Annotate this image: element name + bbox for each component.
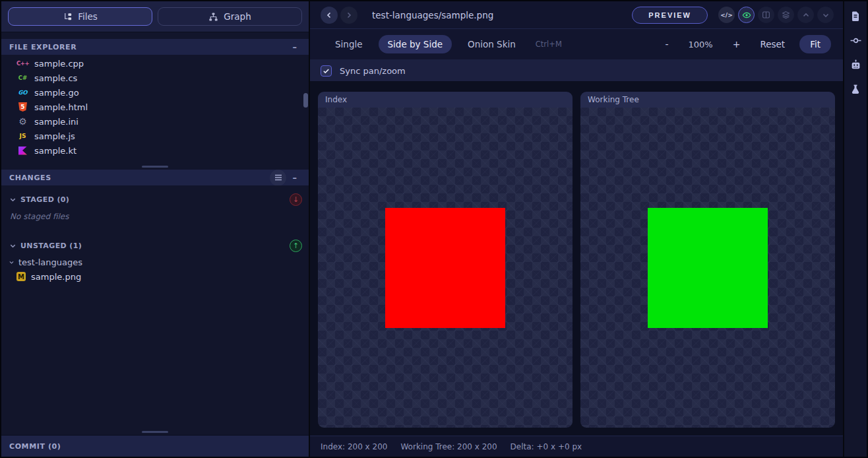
- working-tree-dimensions: Working Tree: 200 x 200: [400, 442, 497, 451]
- zoom-fit-button[interactable]: Fit: [799, 35, 831, 53]
- staged-section-row[interactable]: STAGED (0) ↓: [1, 192, 309, 207]
- commit-resize-handle[interactable]: [142, 431, 168, 433]
- flask-icon: [850, 84, 861, 94]
- file-explorer-header: FILE EXPLORER –: [1, 39, 309, 55]
- no-staged-files-message: No staged files: [1, 207, 309, 221]
- unstaged-label: UNSTAGED (1): [20, 242, 82, 250]
- index-panel-image-area[interactable]: [318, 108, 573, 428]
- index-image: [385, 208, 505, 328]
- changes-header: CHANGES –: [1, 170, 309, 185]
- changed-file-row-sample-png[interactable]: M sample.png: [1, 269, 309, 284]
- next-change-button[interactable]: [817, 7, 834, 23]
- cpp-file-icon: C++: [17, 58, 28, 69]
- layers-view-button[interactable]: [778, 7, 794, 23]
- file-name: sample.go: [34, 88, 79, 98]
- list-tree-icon: [63, 12, 73, 22]
- chevron-right-icon: [345, 11, 353, 19]
- ai-assistant-button[interactable]: [848, 57, 863, 73]
- file-row-go[interactable]: GO sample.go: [1, 85, 309, 100]
- left-sidebar: Files Graph FILE EXPLORER – C++ sample.c…: [1, 1, 310, 457]
- changes-body: STAGED (0) ↓ No staged files UNSTAGED (1…: [1, 185, 309, 428]
- right-rail: [843, 1, 867, 457]
- kotlin-file-icon: [17, 145, 28, 156]
- sync-bar: Sync pan/zoom: [310, 60, 843, 82]
- folder-row-test-languages[interactable]: test-languages: [1, 255, 309, 269]
- mode-shortcut-hint: Ctrl+M: [536, 40, 562, 49]
- folder-name: test-languages: [18, 257, 82, 267]
- sync-pan-zoom-label: Sync pan/zoom: [340, 66, 406, 76]
- file-name: sample.kt: [34, 146, 77, 156]
- stage-all-button[interactable]: ↑: [290, 240, 302, 252]
- zoom-reset-button[interactable]: Reset: [760, 39, 785, 49]
- explorer-resize-strip: [1, 163, 309, 170]
- file-list-scrollbar[interactable]: [303, 93, 308, 108]
- split-view-button[interactable]: [758, 7, 774, 23]
- tab-graph[interactable]: Graph: [158, 7, 302, 26]
- forward-button[interactable]: [340, 7, 357, 24]
- document-panel-button[interactable]: [848, 8, 863, 24]
- sidebar-tabbar: Files Graph: [1, 1, 309, 32]
- changes-collapse-button[interactable]: –: [289, 172, 301, 183]
- diff-canvas: Index Working Tree: [310, 82, 843, 436]
- file-path-title: test-languages/sample.png: [372, 10, 493, 20]
- file-name: sample.js: [34, 131, 75, 141]
- chevron-up-icon: [802, 11, 810, 19]
- document-icon: [850, 11, 861, 22]
- working-tree-image: [648, 208, 768, 328]
- index-panel-header: Index: [318, 92, 573, 108]
- file-explorer-title: FILE EXPLORER: [9, 43, 77, 51]
- file-row-cs[interactable]: C# sample.cs: [1, 71, 309, 85]
- app-window: Files Graph FILE EXPLORER – C++ sample.c…: [0, 0, 868, 458]
- graph-icon: [208, 12, 218, 22]
- file-explorer-list: C++ sample.cpp C# sample.cs GO sample.go…: [1, 55, 309, 163]
- changes-list-view-button[interactable]: [270, 170, 286, 186]
- zoom-out-button[interactable]: -: [665, 39, 668, 49]
- unstage-all-button[interactable]: ↓: [290, 193, 302, 206]
- layers-icon: [782, 11, 790, 19]
- tab-files-label: Files: [78, 11, 98, 22]
- experiments-button[interactable]: [848, 81, 863, 97]
- staged-label: STAGED (0): [20, 195, 69, 204]
- commit-title: COMMIT (0): [9, 442, 61, 451]
- mode-side-by-side[interactable]: Side by Side: [379, 35, 452, 53]
- file-row-cpp[interactable]: C++ sample.cpp: [1, 56, 309, 71]
- file-row-kt[interactable]: sample.kt: [1, 143, 309, 158]
- preview-button[interactable]: PREVIEW: [632, 7, 708, 24]
- ini-file-icon: ⚙: [17, 116, 28, 127]
- chevron-down-icon: [9, 259, 15, 265]
- commit-panel-button[interactable]: [848, 32, 863, 48]
- commit-resize-strip: [1, 428, 309, 435]
- file-row-js[interactable]: JS sample.js: [1, 129, 309, 143]
- back-button[interactable]: [321, 7, 338, 24]
- git-commit-icon: [850, 35, 861, 46]
- main-area: test-languages/sample.png PREVIEW </> Si…: [310, 1, 843, 457]
- modified-badge: M: [16, 272, 26, 281]
- delta-dimensions: Delta: +0 x +0 px: [511, 442, 582, 451]
- zoom-in-button[interactable]: +: [733, 39, 741, 49]
- sync-pan-zoom-checkbox[interactable]: [321, 65, 332, 77]
- previous-change-button[interactable]: [797, 7, 814, 23]
- mode-single[interactable]: Single: [326, 35, 372, 53]
- mode-onion-skin[interactable]: Onion Skin: [458, 35, 525, 53]
- robot-icon: [850, 59, 861, 71]
- image-view-button[interactable]: [738, 7, 755, 23]
- file-row-html[interactable]: 5 sample.html: [1, 100, 309, 114]
- chevron-down-icon: [822, 11, 830, 19]
- js-file-icon: JS: [17, 131, 28, 141]
- index-dimensions: Index: 200 x 200: [321, 442, 387, 451]
- index-panel: Index: [318, 92, 573, 428]
- main-topbar: test-languages/sample.png PREVIEW </>: [310, 1, 843, 29]
- changed-file-name: sample.png: [31, 272, 81, 282]
- file-name: sample.html: [34, 102, 88, 112]
- unstaged-section-row[interactable]: UNSTAGED (1) ↑: [1, 238, 309, 253]
- file-explorer-collapse-button[interactable]: –: [289, 41, 301, 53]
- tab-files[interactable]: Files: [8, 7, 152, 26]
- code-view-button[interactable]: </>: [718, 7, 735, 23]
- working-tree-panel: Working Tree: [580, 92, 835, 428]
- commit-header[interactable]: COMMIT (0): [1, 435, 309, 457]
- explorer-resize-handle[interactable]: [142, 166, 168, 168]
- split-columns-icon: [762, 11, 770, 19]
- tab-graph-label: Graph: [224, 11, 251, 22]
- file-row-ini[interactable]: ⚙ sample.ini: [1, 114, 309, 129]
- working-tree-panel-image-area[interactable]: [580, 108, 835, 428]
